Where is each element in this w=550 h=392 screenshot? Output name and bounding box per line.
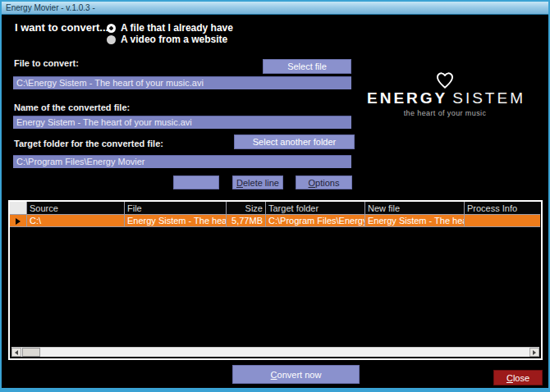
close-button[interactable]: Close: [493, 370, 543, 385]
cell-source[interactable]: C:\: [27, 215, 125, 227]
select-another-folder-button-label: Select another folder: [253, 137, 337, 147]
client-area: I want to convert... A file that I alrea…: [2, 16, 548, 388]
file-to-convert-label: File to convert:: [14, 58, 79, 68]
close-button-label: Close: [506, 373, 529, 383]
brand-name-bold: ENERGY: [367, 89, 447, 107]
delete-line-button[interactable]: Delete line: [232, 175, 283, 189]
converted-name-label: Name of the converted file:: [14, 103, 130, 112]
scroll-right-button[interactable]: [529, 348, 539, 357]
options-button-label: Options: [309, 178, 340, 188]
row-selector-arrow-icon: [16, 218, 21, 225]
target-folder-label: Target folder for the converted file:: [14, 139, 163, 148]
conversion-table: Source File Size Target folder New file …: [8, 200, 543, 360]
header-row-selector: [10, 202, 27, 215]
select-another-folder-button[interactable]: Select another folder: [234, 134, 355, 149]
options-button[interactable]: Options: [296, 175, 352, 189]
window-title: Energy Movier - v.1.0.3 -: [6, 3, 95, 12]
row-selector-cell[interactable]: [10, 215, 27, 227]
cell-size[interactable]: 5,77MB: [227, 215, 266, 227]
app-window: Energy Movier - v.1.0.3 - I want to conv…: [0, 0, 550, 392]
brand-tagline: the heart of your music: [367, 109, 523, 117]
convert-prompt: I want to convert...: [15, 21, 108, 34]
horizontal-scrollbar[interactable]: [11, 347, 539, 357]
radio-file-already-have[interactable]: [107, 24, 116, 33]
radio-video-from-website[interactable]: [107, 35, 116, 44]
scrollbar-thumb[interactable]: [22, 348, 40, 357]
header-new-file[interactable]: New file: [365, 202, 465, 215]
brand-logo: ENERGYSISTEM the heart of your music: [367, 70, 523, 117]
cell-target-folder[interactable]: C:\Program Files\Energy Movier: [266, 215, 365, 227]
header-target-folder[interactable]: Target folder: [266, 202, 365, 215]
cell-process-info[interactable]: [465, 215, 540, 227]
convert-now-button-label: Convert now: [271, 370, 322, 380]
header-size[interactable]: Size: [227, 202, 266, 215]
file-to-convert-field[interactable]: C:\Energy Sistem - The heart of your mus…: [13, 76, 351, 89]
scroll-right-icon: [533, 350, 536, 355]
header-process-info[interactable]: Process Info: [465, 202, 540, 215]
scroll-left-icon: [15, 350, 18, 355]
blank-action-button[interactable]: [173, 175, 219, 189]
heart-icon: [433, 70, 456, 89]
radio-file-already-have-label[interactable]: A file that I already have: [121, 22, 233, 34]
select-file-button-label: Select file: [287, 62, 327, 71]
radio-video-from-website-label[interactable]: A video from a website: [121, 34, 227, 45]
cell-file[interactable]: Energy Sistem - The heart of your music.…: [125, 215, 227, 227]
brand-name: ENERGYSISTEM: [367, 89, 523, 107]
cell-new-file[interactable]: Energy Sistem - The heart of your music.…: [365, 215, 465, 227]
converted-name-field[interactable]: Energy Sistem - The heart of your music.…: [13, 116, 351, 129]
title-bar[interactable]: Energy Movier - v.1.0.3 -: [2, 2, 548, 15]
brand-name-light: SISTEM: [452, 89, 525, 107]
table-header-row: Source File Size Target folder New file …: [10, 202, 541, 215]
convert-now-button[interactable]: Convert now: [232, 365, 360, 384]
scroll-left-button[interactable]: [11, 348, 21, 357]
select-file-button[interactable]: Select file: [263, 59, 351, 74]
header-file[interactable]: File: [125, 202, 227, 215]
table-row[interactable]: C:\ Energy Sistem - The heart of your mu…: [10, 215, 541, 227]
delete-line-button-label: Delete line: [236, 178, 279, 188]
target-folder-field[interactable]: C:\Program Files\Energy Movier: [13, 155, 351, 168]
header-source[interactable]: Source: [27, 202, 125, 215]
